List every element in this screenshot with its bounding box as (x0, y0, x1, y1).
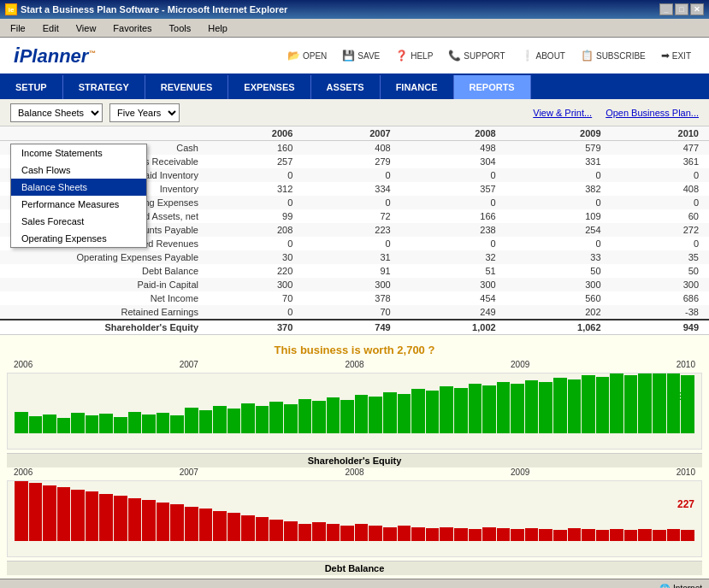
menu-favorites[interactable]: Favorites (106, 21, 158, 35)
row-value: 331 (506, 155, 612, 168)
debt-bar (114, 496, 127, 541)
row-label: Paid-in Capital (0, 278, 205, 291)
row-value: 223 (303, 223, 400, 237)
equity-bar (99, 414, 113, 433)
row-value: 70 (303, 305, 400, 320)
dropdown-item-sales[interactable]: Sales Forecast (11, 213, 146, 230)
row-value: 361 (612, 155, 709, 168)
row-value: 31 (303, 250, 400, 264)
row-value: 30 (205, 250, 303, 264)
report-type-dropdown[interactable]: Balance Sheets (10, 103, 103, 122)
row-value: 686 (612, 291, 709, 305)
debt-bar (525, 528, 539, 541)
row-value: 300 (506, 278, 612, 291)
debt-bar (355, 524, 369, 541)
equity-bar (256, 406, 269, 433)
total-value: 749 (303, 320, 400, 334)
tab-setup[interactable]: SETUP (0, 75, 63, 99)
equity-bar (369, 397, 382, 433)
tab-strategy[interactable]: STRATEGY (63, 75, 145, 99)
exit-button[interactable]: ➡ EXIT (657, 47, 695, 64)
business-worth-title: This business is worth 2,700 ? (7, 338, 702, 360)
status-bar: 🌐 Internet (0, 579, 709, 588)
nav-tabs: SETUP STRATEGY REVENUES EXPENSES ASSETS … (0, 75, 709, 99)
row-value: 51 (401, 264, 506, 278)
equity-bar (327, 397, 340, 433)
debt-bar (142, 500, 156, 541)
minimize-button[interactable]: _ (659, 3, 673, 15)
equity-bar (284, 404, 298, 433)
app-icon: ie (5, 3, 17, 15)
equity-bar (57, 418, 71, 433)
open-label: OPEN (303, 51, 327, 61)
open-business-plan-link[interactable]: Open Business Plan... (606, 108, 699, 118)
app-logo: iPlanner™ (14, 44, 95, 68)
debt-bar (128, 498, 142, 541)
internet-icon: 🌐 (659, 584, 670, 588)
tab-revenues[interactable]: REVENUES (145, 75, 229, 99)
equity-chart-label: Shareholder's Equity (7, 453, 702, 467)
row-value: 0 (303, 168, 400, 182)
open-icon: 📂 (287, 50, 300, 62)
save-button[interactable]: 💾 SAVE (338, 47, 384, 64)
equity-bar (241, 403, 255, 433)
menu-file[interactable]: File (3, 21, 32, 35)
close-button[interactable]: ✕ (690, 3, 704, 15)
debt-bar (383, 527, 397, 541)
debt-bars (8, 481, 701, 541)
subscribe-icon: 📋 (581, 50, 594, 62)
row-label: Retained Earnings (0, 305, 205, 320)
equity-bar (157, 413, 170, 433)
row-value: 50 (612, 264, 709, 278)
help-button[interactable]: ❓ HELP (391, 47, 437, 64)
menu-view[interactable]: View (69, 21, 103, 35)
period-dropdown[interactable]: Five Years (109, 103, 180, 122)
row-value: 202 (506, 305, 612, 320)
dropdown-item-performance[interactable]: Performance Measures (11, 196, 146, 213)
menu-edit[interactable]: Edit (36, 21, 66, 35)
row-value: 257 (205, 155, 303, 168)
menu-tools[interactable]: Tools (162, 21, 198, 35)
debt-bar (29, 483, 43, 541)
equity-bar (454, 388, 468, 433)
debt-bar (43, 485, 56, 541)
dropdown-item-income[interactable]: Income Statements (11, 144, 146, 162)
debt-bar (369, 526, 382, 541)
tab-expenses[interactable]: EXPENSES (228, 75, 310, 99)
dropdown-item-balance[interactable]: Balance Sheets (11, 179, 146, 196)
support-label: SUPPORT (464, 51, 505, 61)
row-value: 160 (205, 141, 303, 156)
debt-bar (667, 529, 681, 541)
dropdown-item-operating[interactable]: Operating Expenses (11, 230, 146, 247)
debt-bar (596, 530, 610, 541)
total-value: 949 (612, 320, 709, 334)
maximize-button[interactable]: □ (675, 3, 688, 15)
row-value: 560 (506, 291, 612, 305)
equity-bar (15, 412, 28, 433)
debt-bar (610, 529, 623, 541)
tab-finance[interactable]: FINANCE (381, 75, 454, 99)
menu-help[interactable]: Help (201, 21, 234, 35)
subscribe-button[interactable]: 📋 SUBSCRIBE (576, 47, 650, 64)
equity-bar (340, 400, 354, 433)
window-controls[interactable]: _ □ ✕ (659, 3, 704, 15)
dropdown-item-cashflows[interactable]: Cash Flows (11, 162, 146, 179)
about-button[interactable]: ❕ ABOUT (517, 47, 570, 64)
equity-bar (624, 375, 638, 433)
open-button[interactable]: 📂 OPEN (283, 47, 331, 64)
tab-assets[interactable]: ASSETS (311, 75, 381, 99)
support-button[interactable]: 📞 SUPPORT (444, 47, 509, 64)
view-print-link[interactable]: View & Print... (533, 108, 592, 118)
row-label: Debt Balance (0, 264, 205, 278)
equity-bar (43, 415, 56, 433)
subscribe-label: SUBSCRIBE (596, 51, 646, 61)
equity-bar (312, 401, 326, 433)
equity-bar (426, 391, 440, 433)
equity-bar (469, 384, 482, 433)
debt-bar (681, 530, 694, 541)
tab-reports[interactable]: REPORTS (454, 75, 531, 99)
row-value: 378 (303, 291, 400, 305)
row-value: 249 (401, 305, 506, 320)
debt-bar (256, 517, 269, 541)
equity-bar (638, 373, 652, 433)
